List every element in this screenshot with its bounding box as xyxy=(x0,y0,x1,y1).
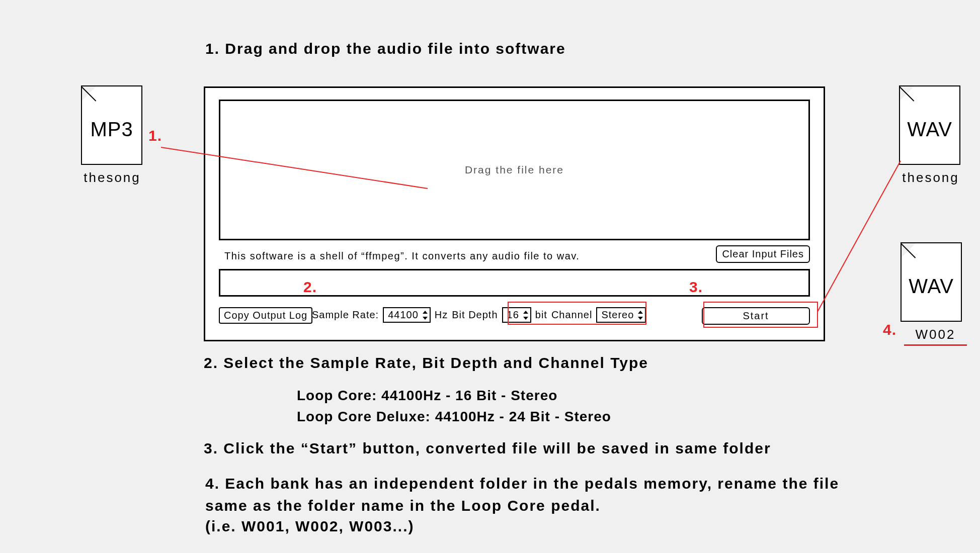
annotation-underline-4 xyxy=(904,344,967,346)
clear-input-files-button[interactable]: Clear Input Files xyxy=(716,245,810,263)
input-file-ext: MP3 xyxy=(82,118,141,140)
svg-line-1 xyxy=(818,161,901,312)
annotation-number-3: 3. xyxy=(689,279,703,296)
info-text: This software is a shell of “ffmpeg”. It… xyxy=(224,250,580,262)
annotation-box-2 xyxy=(508,302,646,325)
copy-output-log-button[interactable]: Copy Output Log xyxy=(219,307,312,324)
input-file-icon: MP3 xyxy=(81,85,142,165)
annotation-number-4: 4. xyxy=(883,321,896,338)
step-2-heading: 2. Select the Sample Rate, Bit Depth and… xyxy=(204,354,648,372)
step-4-example: (i.e. W001, W002, W003...) xyxy=(205,518,414,535)
output-file-1-icon: WAV xyxy=(899,85,960,165)
input-file-name: thesong xyxy=(72,170,152,186)
output-file-2-ext: WAV xyxy=(902,274,961,297)
step-3-heading: 3. Click the “Start” button, converted f… xyxy=(204,440,771,457)
sample-rate-stepper[interactable]: 44100 xyxy=(383,307,431,323)
stepper-arrows-icon xyxy=(423,311,428,320)
output-file-2-name: W002 xyxy=(904,327,967,342)
sample-rate-value: 44100 xyxy=(388,309,419,320)
output-file-1-name: thesong xyxy=(890,170,971,186)
annotation-number-2: 2. xyxy=(303,279,317,296)
annotation-number-1: 1. xyxy=(148,127,162,144)
bit-depth-label: Bit Depth xyxy=(452,309,498,321)
output-file-2-icon: WAV xyxy=(901,242,962,322)
step-2-detail-b: Loop Core Deluxe: 44100Hz - 24 Bit - Ste… xyxy=(297,407,611,426)
step-2-detail-a: Loop Core: 44100Hz - 16 Bit - Stereo xyxy=(297,386,557,405)
dropzone[interactable]: Drag the file here xyxy=(219,100,810,240)
dropzone-text: Drag the file here xyxy=(465,164,564,176)
sample-rate-label: Sample Rate: xyxy=(312,309,379,321)
step-4-heading: 4. Each bank has an independent folder i… xyxy=(205,473,854,516)
step-1-heading: 1. Drag and drop the audio file into sof… xyxy=(205,40,566,57)
sample-rate-unit: Hz xyxy=(435,309,448,321)
annotation-box-3 xyxy=(703,302,818,328)
output-file-1-ext: WAV xyxy=(900,118,959,140)
